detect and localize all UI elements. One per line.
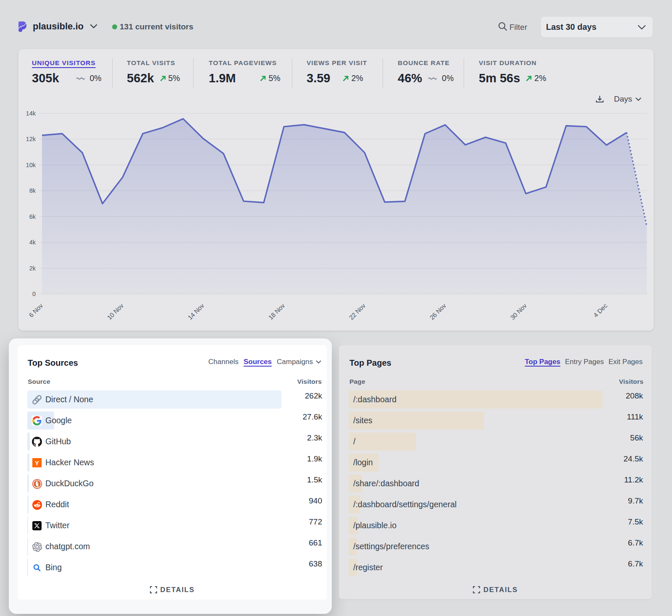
svg-text:14 Nov: 14 Nov [186,302,205,321]
svg-text:14k: 14k [26,110,36,117]
svg-text:8k: 8k [29,187,36,194]
svg-text:30 Nov: 30 Nov [509,302,528,321]
svg-text:26 Nov: 26 Nov [428,302,447,321]
svg-text:18 Nov: 18 Nov [267,302,286,321]
svg-text:10 Nov: 10 Nov [105,302,125,321]
svg-text:Y: Y [35,459,39,467]
svg-text:6k: 6k [29,213,36,220]
svg-text:12k: 12k [26,136,36,142]
svg-text:22 Nov: 22 Nov [347,302,367,321]
svg-text:10k: 10k [26,162,36,168]
svg-text:2k: 2k [29,265,36,272]
svg-text:0: 0 [32,291,36,297]
svg-text:4 Dec: 4 Dec [592,302,609,319]
svg-text:4k: 4k [29,239,36,246]
svg-text:6 Nov: 6 Nov [27,302,44,319]
